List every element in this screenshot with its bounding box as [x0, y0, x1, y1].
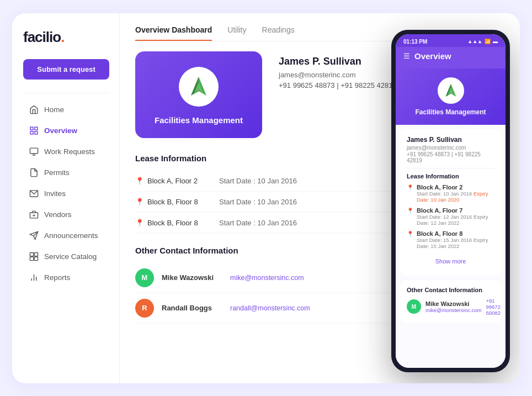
phone-pin-0: 📍 — [407, 184, 413, 191]
svg-rect-14 — [34, 257, 38, 260]
sidebar-label-home: Home — [44, 105, 64, 114]
tab-overview-dashboard[interactable]: Overview Dashboard — [135, 25, 212, 41]
phone-lease-dates-0: Start Date: 10 Jan 2016 Expiry Date: 10 … — [417, 191, 494, 203]
phone-contact-row-mike: M Mike Wazowski mike@monstersinc.com +91… — [407, 298, 494, 316]
sidebar-label-overview: Overview — [44, 126, 77, 135]
submit-request-button[interactable]: Submit a request — [23, 59, 109, 80]
sidebar-label-reports: Reports — [44, 273, 70, 282]
phone-lease-dates-2: Start Date: 15 Jan 2016 Expiry Date: 15 … — [417, 237, 494, 249]
hero-title: Facilities Management — [155, 115, 243, 125]
phone-contact-name2-mike: Mike Wazowski — [425, 300, 482, 307]
sidebar-item-invites[interactable]: Invites — [23, 184, 109, 204]
lease-location-2: 📍 Block B, Floor 8 — [135, 219, 212, 227]
phone-contact-phones: +91 99625 48873 | +91 98225 42819 — [407, 151, 494, 163]
phone-contact-card: James P. Sullivan james@monsterinc.com +… — [400, 129, 501, 276]
avatar-randall: R — [135, 299, 154, 318]
wifi-icon: 📶 — [485, 39, 491, 44]
phone-contact-phone-mike: +91 99672 50082 — [486, 298, 501, 316]
sidebar-divider — [23, 93, 109, 93]
svg-rect-4 — [30, 148, 38, 154]
phone-screen: 01:13 PM ▲▲▲ 📶 ▬ ☰ Overview — [396, 34, 506, 368]
show-more-button[interactable]: Show more — [407, 254, 494, 269]
sidebar-item-announcements[interactable]: Announcements — [23, 226, 109, 246]
contact-name-mike: Mike Wazowski — [162, 273, 222, 282]
sidebar-label-vendors: Vendors — [44, 210, 72, 219]
contact-name-randall: Randall Boggs — [162, 304, 222, 312]
phone-contact-email: james@monsterinc.com — [407, 145, 494, 151]
svg-rect-11 — [30, 252, 33, 256]
sidebar-item-vendors[interactable]: Vendors — [23, 205, 109, 225]
phone-hero-title: Facilities Management — [415, 108, 486, 116]
phone-lease-row-2: 📍 Block A, Floor 8 Start Date: 15 Jan 20… — [407, 230, 494, 249]
sidebar-label-service-catalog: Service Catalog — [44, 252, 97, 261]
phone-avatar-mike: M — [407, 299, 421, 314]
sidebar-item-service-catalog[interactable]: Service Catalog — [23, 247, 109, 267]
sidebar-item-overview[interactable]: Overview — [23, 121, 109, 141]
phone-status-bar: 01:13 PM ▲▲▲ 📶 ▬ — [396, 34, 506, 47]
phone-lease-name-0: Block A, Floor 2 — [417, 184, 494, 191]
sidebar: facilio. Submit a request Home Overview … — [12, 13, 120, 383]
pin-icon-1: 📍 — [135, 198, 144, 206]
phone-container: 01:13 PM ▲▲▲ 📶 ▬ ☰ Overview — [391, 30, 510, 372]
hero-logo-circle — [179, 67, 219, 107]
pin-icon-0: 📍 — [135, 177, 144, 185]
lease-start-0: Start Date : 10 Jan 2016 — [219, 177, 415, 185]
status-icons: ▲▲▲ 📶 ▬ — [467, 39, 498, 44]
home-icon — [29, 105, 39, 115]
avatar-mike: M — [135, 268, 154, 287]
svg-rect-12 — [34, 252, 38, 256]
work-requests-icon — [29, 147, 39, 157]
pin-icon-2: 📍 — [135, 219, 144, 227]
phone-lease-name-1: Block A, Floor 7 — [417, 207, 494, 214]
phone-lease-row-1: 📍 Block A, Floor 7 Start Date: 12 Jan 20… — [407, 207, 494, 226]
tab-utility[interactable]: Utility — [227, 25, 246, 41]
reports-icon — [29, 273, 39, 283]
permits-icon — [29, 168, 39, 178]
signal-icon: ▲▲▲ — [467, 39, 482, 44]
phone-other-contacts-title: Other Contact Information — [407, 287, 494, 293]
svg-rect-1 — [34, 127, 37, 130]
sidebar-item-home[interactable]: Home — [23, 100, 109, 120]
phone-contact-name: James P. Sullivan — [407, 136, 494, 144]
invites-icon — [29, 189, 39, 199]
lease-start-1: Start Date : 10 Jan 2016 — [219, 198, 415, 206]
sidebar-label-announcements: Announcements — [44, 231, 98, 240]
status-time: 01:13 PM — [403, 39, 427, 45]
phone-lease-dates-1: Start Date: 12 Jan 2016 Expiry Date: 12 … — [417, 214, 494, 226]
battery-icon: ▬ — [493, 39, 498, 44]
main-window: facilio. Submit a request Home Overview … — [12, 13, 520, 383]
vendors-icon — [29, 210, 39, 220]
phone-pin-2: 📍 — [407, 231, 413, 237]
service-catalog-icon — [29, 252, 39, 262]
tab-readings[interactable]: Readings — [262, 25, 295, 41]
hero-card: Facilities Management — [135, 51, 262, 138]
sidebar-item-work-requests[interactable]: Work Requests — [23, 142, 109, 162]
lease-start-2: Start Date : 10 Jan 2016 — [219, 219, 415, 227]
app-logo: facilio. — [23, 29, 109, 46]
overview-icon — [29, 126, 39, 136]
phone-logo-circle — [438, 77, 464, 104]
hamburger-icon[interactable]: ☰ — [403, 52, 410, 60]
phone-header: ☰ Overview — [396, 47, 506, 68]
sidebar-label-work-requests: Work Requests — [44, 147, 95, 156]
phone-lease-name-2: Block A, Floor 8 — [417, 230, 494, 237]
sidebar-label-permits: Permits — [44, 168, 70, 177]
phone-hero: Facilities Management — [396, 68, 506, 125]
phone-header-title: Overview — [414, 51, 451, 61]
announcements-icon — [29, 231, 39, 241]
sidebar-item-reports[interactable]: Reports — [23, 268, 109, 288]
phone-lease-row-0: 📍 Block A, Floor 2 Start Date: 10 Jan 20… — [407, 184, 494, 203]
phone-contact-link-mike[interactable]: mike@monstersinc.com — [425, 307, 482, 313]
svg-rect-13 — [30, 257, 33, 260]
lease-location-1: 📍 Block B, Floor 8 — [135, 198, 212, 206]
sidebar-label-invites: Invites — [44, 189, 66, 198]
sidebar-item-permits[interactable]: Permits — [23, 163, 109, 183]
phone-frame: 01:13 PM ▲▲▲ 📶 ▬ ☰ Overview — [391, 30, 510, 372]
phone-lease-title: Lease Information — [407, 173, 494, 179]
svg-rect-2 — [30, 131, 33, 134]
phone-other-contacts: Other Contact Information M Mike Wazowsk… — [400, 280, 501, 323]
phone-pin-1: 📍 — [407, 208, 413, 214]
lease-location-0: 📍 Block A, Floor 2 — [135, 177, 212, 185]
svg-rect-0 — [30, 127, 33, 130]
phone-body: Facilities Management James P. Sullivan … — [396, 68, 506, 368]
